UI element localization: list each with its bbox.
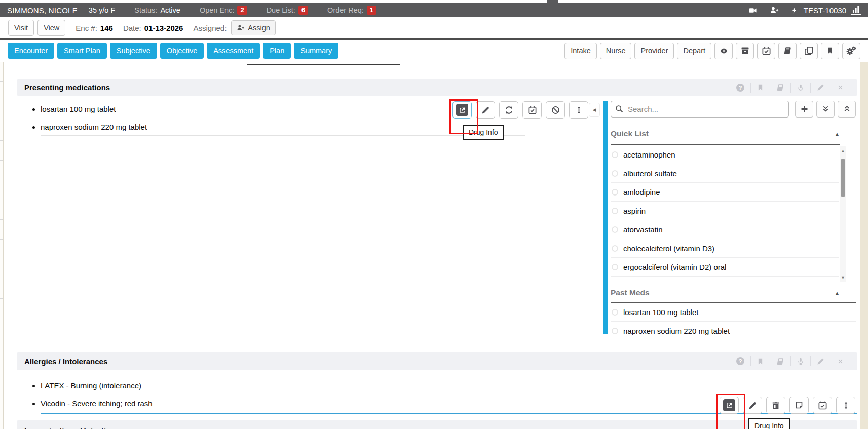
calendar-check-button[interactable] xyxy=(522,101,542,119)
allergy-item[interactable]: Vicodin - Severe itching; red rash xyxy=(41,398,153,409)
quick-list-scrollbar[interactable]: ▲ ▼ xyxy=(840,146,846,282)
tab-assessment[interactable]: Assessment xyxy=(207,43,260,59)
eye-button[interactable] xyxy=(714,43,733,59)
list-item-ergocalciferol-vitamin-d2-oral[interactable]: ergocalciferol (vitamin D2) oral xyxy=(611,258,839,277)
list-item-aspirin[interactable]: aspirin xyxy=(611,202,839,220)
list-item-naproxen-sodium-220-mg-tablet[interactable]: naproxen sodium 220 mg tablet xyxy=(611,322,856,340)
archive-box-icon xyxy=(741,47,749,55)
past-meds-title: Past Meds xyxy=(611,288,650,297)
lightning-icon[interactable] xyxy=(791,6,798,15)
order-req-badge[interactable]: 1 xyxy=(367,6,376,15)
edit-button[interactable] xyxy=(743,397,762,414)
list-item-cholecalciferol-vitamin-d3[interactable]: cholecalciferol (vitamin D3) xyxy=(611,239,839,258)
list-item-amlodipine[interactable]: amlodipine xyxy=(611,183,839,202)
left-edge-strip xyxy=(0,62,4,429)
visit-bar: Visit View Enc #: 146 Date: 01-13-2026 A… xyxy=(0,17,868,40)
list-item-atorvastatin[interactable]: atorvastatin xyxy=(611,220,839,239)
past-meds-items: losartan 100 mg tabletnaproxen sodium 22… xyxy=(611,303,856,340)
scroll-down-icon[interactable]: ▼ xyxy=(840,275,846,281)
radio-circle-icon xyxy=(612,208,618,214)
collapse-up-icon[interactable]: ▲ xyxy=(835,131,840,137)
edit-button[interactable] xyxy=(476,101,495,119)
nurse-button[interactable]: Nurse xyxy=(600,43,632,59)
video-camera-icon[interactable] xyxy=(747,7,758,14)
discontinue-button[interactable] xyxy=(546,101,565,119)
microphone-icon[interactable] xyxy=(790,83,810,93)
plus-icon xyxy=(801,105,808,113)
allergies-list: LATEX - Burning (intolerance)Vicodin - S… xyxy=(30,380,153,416)
pencil-icon[interactable] xyxy=(810,356,831,366)
tab-plan[interactable]: Plan xyxy=(263,43,291,59)
section-header-icons: ? xyxy=(730,79,850,96)
reorder-button[interactable] xyxy=(836,397,855,414)
view-button[interactable]: View xyxy=(37,20,65,36)
calendar-check-icon xyxy=(762,47,771,55)
medication-item[interactable]: naproxen sodium 220 mg tablet xyxy=(41,122,147,132)
bar-chart-icon[interactable] xyxy=(851,6,861,15)
assign-button-label: Assign xyxy=(248,24,270,32)
patient-age-sex: 35 y/o F xyxy=(89,6,115,14)
bookmark-icon[interactable] xyxy=(750,83,770,93)
close-icon[interactable] xyxy=(831,83,850,93)
microphone-icon[interactable] xyxy=(790,356,810,366)
book-icon[interactable] xyxy=(770,83,790,93)
collapse-all-button[interactable] xyxy=(838,101,856,118)
quick-list-header[interactable]: Quick List ▲ xyxy=(611,129,840,138)
list-item-label: naproxen sodium 220 mg tablet xyxy=(623,327,730,335)
collapse-up-icon[interactable]: ▲ xyxy=(835,290,840,296)
calendar-check-icon xyxy=(528,106,537,114)
delete-button[interactable] xyxy=(766,397,785,414)
close-icon[interactable] xyxy=(831,356,850,366)
add-medication-button[interactable] xyxy=(795,101,813,118)
allergy-item[interactable]: LATEX - Burning (intolerance) xyxy=(41,380,153,391)
list-item-losartan-100-mg-tablet[interactable]: losartan 100 mg tablet xyxy=(611,303,856,322)
intake-button[interactable]: Intake xyxy=(564,43,597,59)
depart-button[interactable]: Depart xyxy=(677,43,711,59)
visit-button[interactable]: Visit xyxy=(8,20,34,36)
calendar-check-button[interactable] xyxy=(813,397,832,414)
search-input[interactable] xyxy=(611,101,789,118)
book-icon[interactable] xyxy=(770,356,790,366)
scrollbar-thumb[interactable] xyxy=(841,159,845,197)
tab-smart-plan[interactable]: Smart Plan xyxy=(57,43,107,59)
note-button[interactable] xyxy=(789,397,809,414)
provider-button[interactable]: Provider xyxy=(634,43,674,59)
open-enc-badge[interactable]: 2 xyxy=(237,6,247,15)
due-list-badge[interactable]: 6 xyxy=(298,6,308,15)
panel-collapse-button[interactable]: ◀ xyxy=(589,103,600,117)
list-item-acetaminophen[interactable]: acetaminophen xyxy=(611,145,839,164)
scroll-up-icon[interactable]: ▲ xyxy=(840,148,846,154)
pencil-icon[interactable] xyxy=(810,83,831,93)
copy-button[interactable] xyxy=(800,43,818,59)
bookmark-icon[interactable] xyxy=(750,356,770,366)
double-chevron-down-icon xyxy=(822,105,829,113)
archive-button[interactable] xyxy=(736,43,754,59)
settings-button[interactable] xyxy=(842,43,860,59)
past-meds-header[interactable]: Past Meds ▲ xyxy=(611,288,840,297)
refresh-button[interactable] xyxy=(499,101,518,119)
help-icon[interactable]: ? xyxy=(730,83,750,93)
bookmark-button[interactable] xyxy=(821,43,839,59)
due-list-label: Due List: xyxy=(267,6,295,14)
help-icon[interactable]: ? xyxy=(730,356,750,366)
tab-subjective[interactable]: Subjective xyxy=(110,43,157,59)
header-tool-icons xyxy=(714,43,860,59)
assign-button[interactable]: Assign xyxy=(231,20,276,36)
reorder-button[interactable] xyxy=(569,101,588,119)
divider xyxy=(785,6,785,14)
add-user-icon[interactable] xyxy=(770,6,779,14)
journal-button[interactable] xyxy=(778,43,797,59)
list-item-label: amlodipine xyxy=(623,188,660,197)
calendar-check-button[interactable] xyxy=(757,43,775,59)
list-item-label: albuterol sulfate xyxy=(623,169,677,178)
scroll-divider-artifact xyxy=(247,64,400,65)
expand-all-button[interactable] xyxy=(816,101,835,118)
list-item-albuterol-sulfate[interactable]: albuterol sulfate xyxy=(611,164,839,183)
stage-buttons: IntakeNurseProviderDepart xyxy=(564,43,711,59)
right-edge-strip[interactable] xyxy=(860,62,868,429)
medication-item[interactable]: losartan 100 mg tablet xyxy=(41,104,147,114)
tab-summary[interactable]: Summary xyxy=(294,43,338,59)
search-box xyxy=(611,101,789,118)
tab-encounter[interactable]: Encounter xyxy=(8,43,54,59)
tab-objective[interactable]: Objective xyxy=(160,43,204,59)
